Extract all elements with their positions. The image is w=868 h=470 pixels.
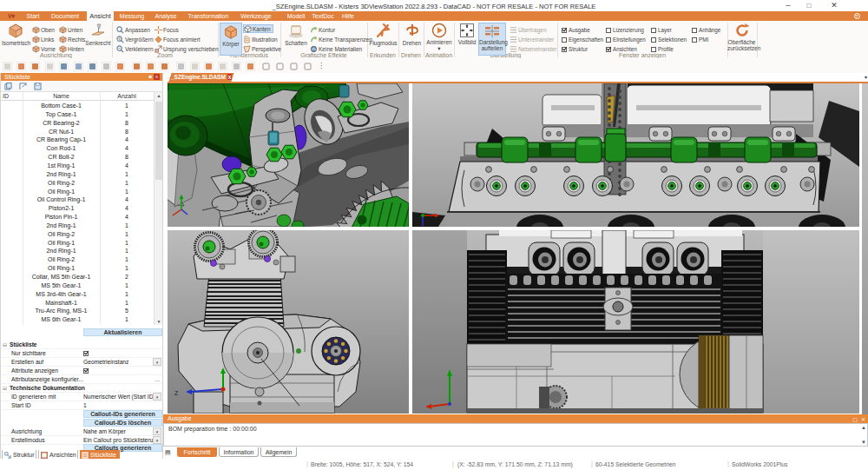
svg-text:Z: Z xyxy=(174,390,179,396)
